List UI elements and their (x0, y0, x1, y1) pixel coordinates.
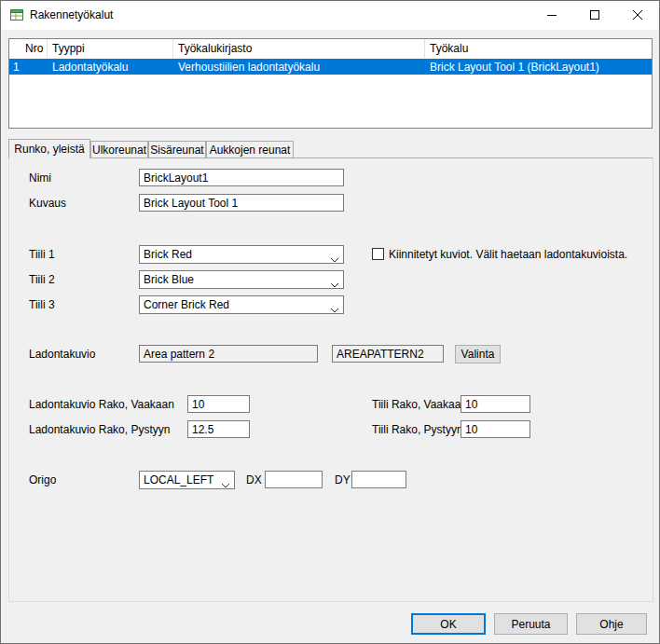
rako-pystyyn-input[interactable] (187, 420, 250, 438)
tiili1-combo-value: Brick Red (144, 248, 192, 261)
chevron-down-icon (330, 303, 339, 314)
window-titlebar: Rakennetyökalut (1, 1, 659, 30)
ladontakuvio-label: Ladontakuvio (29, 348, 95, 361)
peruuta-button[interactable]: Peruuta (494, 613, 568, 635)
ok-button[interactable]: OK (411, 613, 486, 635)
sort-ascending-icon (30, 41, 37, 54)
tiili3-label: Tiili 3 (29, 298, 55, 311)
tiili1-label: Tiili 1 (29, 248, 55, 261)
chevron-down-icon (330, 278, 339, 289)
dx-label: DX (246, 473, 262, 486)
tiili3-combo[interactable]: Corner Brick Red (139, 295, 344, 314)
column-header-nro[interactable]: Nro (9, 39, 48, 58)
valinta-button[interactable]: Valinta (455, 345, 501, 363)
tab-sisareunat[interactable]: Sisäreunat (148, 141, 206, 158)
maximize-button[interactable] (573, 1, 616, 30)
fixed-patterns-checkbox[interactable] (372, 248, 384, 260)
cell-tyokalu: Brick Layout Tool 1 (BrickLayout1) (425, 59, 656, 75)
origo-label: Origo (29, 473, 56, 486)
cell-tyokalukirjasto: Verhoustiilien ladontatyökalu (173, 59, 430, 75)
dy-input[interactable] (351, 471, 406, 488)
tab-aukkojen-reunat[interactable]: Aukkojen reunat (206, 141, 294, 158)
tiili2-combo[interactable]: Brick Blue (139, 270, 344, 289)
close-icon (633, 9, 642, 22)
column-header-tyokalu[interactable]: Työkalu (425, 39, 652, 58)
cell-nro: 1 (9, 59, 51, 75)
column-header-tyokalukirjasto[interactable]: Työkalukirjasto (173, 39, 425, 58)
tab-ulkoreunat[interactable]: Ulkoreunat (90, 141, 148, 158)
origo-combo[interactable]: LOCAL_LEFT (139, 471, 235, 489)
close-button[interactable] (616, 1, 659, 30)
cell-tyyppi: Ladontatyökalu (48, 59, 178, 75)
table-header: Nro Tyyppi Työkalukirjasto Työkalu (9, 39, 652, 60)
dialog-window: Rakennetyökalut Nro (0, 0, 660, 644)
dy-label: DY (335, 473, 351, 486)
table-row[interactable]: 1 Ladontatyökalu Verhoustiilien ladontat… (9, 59, 652, 75)
app-icon (9, 7, 24, 22)
origo-combo-value: LOCAL_LEFT (144, 473, 213, 486)
minimize-button[interactable] (530, 1, 573, 30)
nimi-input[interactable] (139, 169, 344, 186)
chevron-down-icon (330, 253, 339, 264)
dx-input[interactable] (265, 471, 323, 488)
tiili3-combo-value: Corner Brick Red (144, 298, 229, 311)
tab-page (8, 158, 653, 602)
window-title: Rakennetyökalut (30, 8, 113, 21)
tiili2-label: Tiili 2 (29, 273, 55, 286)
pattern-name-field[interactable]: Area pattern 2 (139, 345, 318, 363)
tiili-rako-vaakaan-input[interactable] (461, 395, 530, 413)
tiili-rako-pystyyn-input[interactable] (461, 420, 530, 438)
column-header-tyyppi[interactable]: Tyyppi (48, 39, 173, 58)
maximize-icon (590, 9, 599, 22)
rako-vaakaan-input[interactable] (187, 395, 250, 413)
tools-table: Nro Tyyppi Työkalukirjasto Työkalu 1 Lad… (8, 38, 653, 129)
pattern-code-field[interactable]: AREAPATTERN2 (332, 345, 444, 363)
tab-runko-yleista[interactable]: Runko, yleistä (8, 139, 90, 158)
ohje-button[interactable]: Ohje (576, 613, 647, 635)
chevron-down-icon (221, 478, 230, 489)
fixed-patterns-checkbox-label: Kiinnitetyt kuviot. Välit haetaan ladont… (389, 248, 627, 261)
minimize-icon (547, 9, 557, 22)
kuvaus-label: Kuvaus (29, 197, 66, 210)
kuvaus-input[interactable] (139, 194, 344, 212)
rako-vaakaan-label: Ladontakuvio Rako, Vaakaan (29, 398, 174, 411)
tiili-rako-pystyyn-label: Tiili Rako, Pystyyn (372, 423, 463, 436)
nimi-label: Nimi (29, 171, 51, 185)
tiili-rako-vaakaan-label: Tiili Rako, Vaakaan (372, 398, 467, 411)
tiili1-combo[interactable]: Brick Red (139, 245, 344, 264)
tiili2-combo-value: Brick Blue (144, 273, 194, 286)
rako-pystyyn-label: Ladontakuvio Rako, Pystyyn (29, 423, 170, 436)
